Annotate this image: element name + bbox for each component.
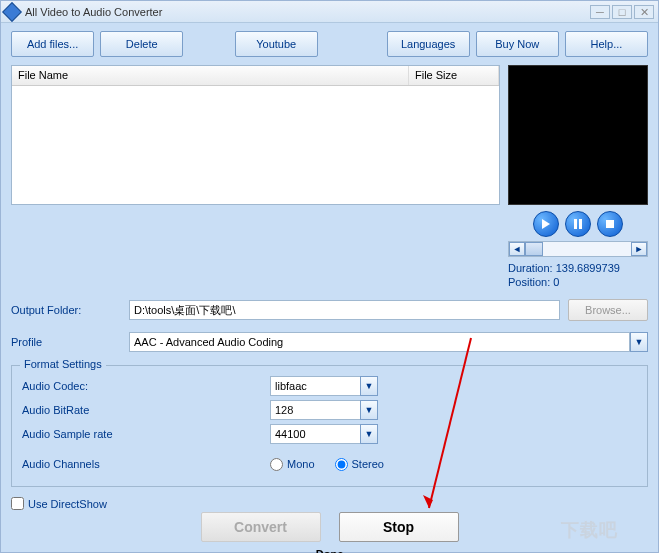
chevron-down-icon[interactable]: ▼ (360, 376, 378, 396)
maximize-button[interactable]: □ (612, 5, 632, 19)
svg-rect-2 (606, 220, 614, 228)
format-settings-legend: Format Settings (20, 358, 106, 370)
file-list-header: File Name File Size (12, 66, 499, 86)
add-files-button[interactable]: Add files... (11, 31, 94, 57)
output-folder-label: Output Folder: (11, 304, 129, 316)
chevron-down-icon[interactable]: ▼ (630, 332, 648, 352)
stop-button[interactable]: Stop (339, 512, 459, 542)
col-filesize[interactable]: File Size (409, 66, 499, 85)
youtube-button[interactable]: Youtube (235, 31, 318, 57)
convert-button[interactable]: Convert (201, 512, 321, 542)
position-label: Position: (508, 276, 550, 288)
seek-thumb[interactable] (525, 242, 543, 256)
titlebar: All Video to Audio Converter ─ □ ✕ (1, 1, 658, 23)
use-directshow-checkbox[interactable] (11, 497, 24, 510)
svg-rect-1 (579, 219, 582, 229)
stop-preview-button[interactable] (597, 211, 623, 237)
delete-button[interactable]: Delete (100, 31, 183, 57)
audio-codec-select[interactable] (270, 376, 360, 396)
help-button[interactable]: Help... (565, 31, 648, 57)
svg-rect-0 (574, 219, 577, 229)
audio-bitrate-label: Audio BitRate (22, 404, 270, 416)
stereo-radio[interactable]: Stereo (335, 458, 384, 471)
col-filename[interactable]: File Name (12, 66, 409, 85)
profile-label: Profile (11, 336, 129, 348)
audio-bitrate-select[interactable] (270, 400, 360, 420)
duration-label: Duration: (508, 262, 553, 274)
play-button[interactable] (533, 211, 559, 237)
seek-left-icon[interactable]: ◄ (509, 242, 525, 256)
output-folder-input[interactable] (129, 300, 560, 320)
audio-samplerate-label: Audio Sample rate (22, 428, 270, 440)
preview-panel: ◄ ► Duration: 139.6899739 Position: 0 (508, 65, 648, 289)
chevron-down-icon[interactable]: ▼ (360, 400, 378, 420)
audio-samplerate-select[interactable] (270, 424, 360, 444)
profile-select[interactable] (129, 332, 630, 352)
preview-seek[interactable]: ◄ ► (508, 241, 648, 257)
format-settings-group: Format Settings Audio Codec: ▼ Audio Bit… (11, 365, 648, 487)
preview-screen (508, 65, 648, 205)
close-button[interactable]: ✕ (634, 5, 654, 19)
audio-channels-label: Audio Channels (22, 458, 270, 470)
buy-now-button[interactable]: Buy Now (476, 31, 559, 57)
toolbar: Add files... Delete Youtube Languages Bu… (11, 31, 648, 57)
status-text: Done (11, 548, 648, 553)
app-icon (2, 2, 22, 22)
file-list[interactable]: File Name File Size (11, 65, 500, 205)
audio-codec-label: Audio Codec: (22, 380, 270, 392)
chevron-down-icon[interactable]: ▼ (360, 424, 378, 444)
languages-button[interactable]: Languages (387, 31, 470, 57)
app-window: All Video to Audio Converter ─ □ ✕ Add f… (0, 0, 659, 553)
browse-button[interactable]: Browse... (568, 299, 648, 321)
pause-button[interactable] (565, 211, 591, 237)
position-value: 0 (553, 276, 559, 288)
window-title: All Video to Audio Converter (25, 6, 590, 18)
seek-right-icon[interactable]: ► (631, 242, 647, 256)
use-directshow-label: Use DirectShow (28, 498, 107, 510)
mono-radio[interactable]: Mono (270, 458, 315, 471)
duration-value: 139.6899739 (556, 262, 620, 274)
minimize-button[interactable]: ─ (590, 5, 610, 19)
